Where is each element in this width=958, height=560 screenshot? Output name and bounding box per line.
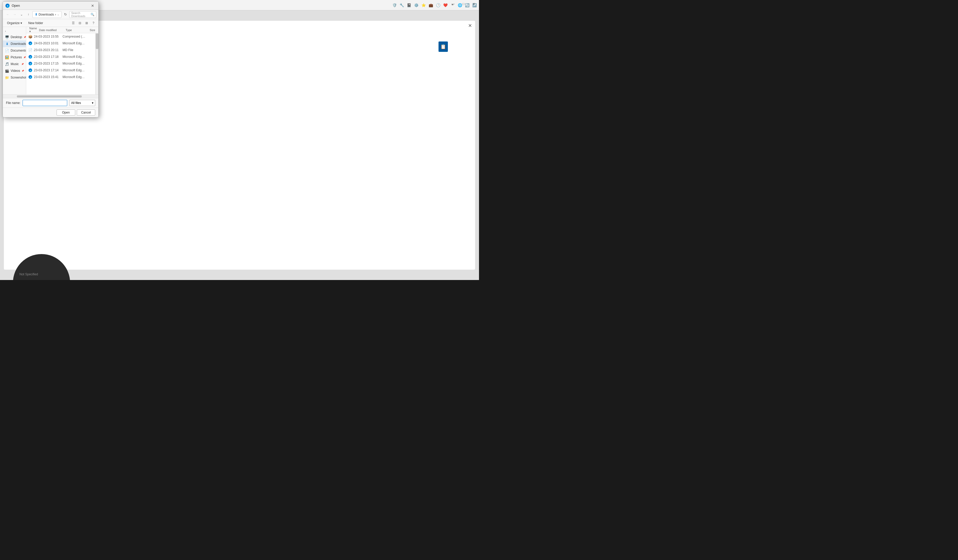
sidebar-item-desktop-label: Desktop <box>11 35 22 39</box>
file-date-2: 23-03-2023 20:11 <box>34 48 62 52</box>
file-date-0: 24-03-2023 15:55 <box>34 35 62 38</box>
column-name[interactable]: Name <box>28 27 38 33</box>
toolbar-right: ☰ ⊟ ⊞ ? <box>70 20 96 26</box>
file-type-2: MD File <box>62 48 86 52</box>
zip-file-icon: 📦 <box>28 35 32 39</box>
new-folder-button[interactable]: New folder <box>26 21 45 25</box>
file-date-4: 23-03-2023 17:15 <box>34 62 62 65</box>
file-type-6: Microsoft Edge HT... <box>62 75 86 79</box>
edge-file-icon-1: e <box>28 41 32 45</box>
address-path: Downloads <box>39 13 54 16</box>
sidebar-expand[interactable]: › <box>3 28 26 34</box>
pictures-icon: 🖼️ <box>5 55 9 59</box>
desktop-pin-icon: 📌 <box>24 36 26 38</box>
sidebar-item-screenshots-label: Screenshots <box>11 76 26 79</box>
sidebar-item-music-label: Music <box>11 62 19 66</box>
sidebar-item-documents[interactable]: 📄 Documents 📌 <box>3 47 26 54</box>
open-dialog: e Open ✕ ← → ⌄ ↑ ⬇ Downloads › ⌄ ↻ Searc… <box>3 1 98 117</box>
refresh-button[interactable]: ↻ <box>62 11 68 17</box>
column-size[interactable]: Size <box>86 28 96 32</box>
column-date[interactable]: Date modified <box>38 28 65 32</box>
help-button[interactable]: ? <box>90 20 96 26</box>
downloads-icon: ⬇ <box>5 42 9 46</box>
detail-view-button[interactable]: ⊟ <box>77 20 83 26</box>
pictures-pin-icon: 📌 <box>23 56 26 59</box>
forward-button[interactable]: → <box>12 11 17 17</box>
filename-input[interactable] <box>22 100 67 106</box>
table-row[interactable]: e Import_Address 24-03-2023 10:01 Micros… <box>26 40 98 47</box>
vertical-scrollbar-thumb[interactable] <box>96 33 98 49</box>
sidebar-item-videos-label: Videos <box>11 69 20 73</box>
cancel-button[interactable]: Cancel <box>77 109 95 115</box>
music-icon: 🎵 <box>5 62 9 66</box>
filetype-dropdown[interactable]: All files ▾ <box>69 100 95 106</box>
sidebar-item-downloads[interactable]: ⬇ Downloads 📌 <box>3 40 26 47</box>
edge-file-icon-5: e <box>28 68 32 72</box>
dialog-titlebar: e Open ✕ <box>3 2 98 10</box>
column-type[interactable]: Type <box>65 28 86 32</box>
address-downloads-icon: ⬇ <box>35 13 38 16</box>
layout-view-button[interactable]: ⊞ <box>84 20 89 26</box>
file-type-3: Microsoft Edge HT... <box>62 55 86 59</box>
sidebar-item-screenshots[interactable]: 📁 Screenshots <box>3 74 26 81</box>
table-row[interactable]: 📄 Address Entity 23-03-2023 20:11 MD Fil… <box>26 47 98 54</box>
sidebar-item-pictures-label: Pictures <box>11 55 22 59</box>
edge-logo-icon: e <box>5 4 10 8</box>
table-row[interactable]: e AddressEntity (1) 23-03-2023 17:15 Mic… <box>26 60 98 67</box>
filename-row: File name: All files ▾ <box>3 98 98 108</box>
dialog-navbar: ← → ⌄ ↑ ⬇ Downloads › ⌄ ↻ Search Downloa… <box>3 10 98 19</box>
edge-file-icon-4: e <box>28 62 32 66</box>
search-placeholder: Search Downloads <box>71 11 90 17</box>
search-box[interactable]: Search Downloads 🔍 <box>69 11 96 18</box>
music-pin-icon: 📌 <box>21 63 24 65</box>
md-file-icon: 📄 <box>28 48 32 52</box>
filename-label: File name: <box>6 101 21 105</box>
dialog-toolbar: Organize ▾ New folder ☰ ⊟ ⊞ ? <box>3 19 98 27</box>
table-row[interactable]: 📦 Test 4 (2) 24-03-2023 15:55 Compressed… <box>26 33 98 40</box>
address-chevron: › <box>55 13 56 16</box>
file-date-3: 23-03-2023 17:18 <box>34 55 62 59</box>
desktop-icon: 🖥️ <box>5 35 9 39</box>
filetype-dropdown-arrow: ▾ <box>92 101 94 105</box>
dialog-overlay: e Open ✕ ← → ⌄ ↑ ⬇ Downloads › ⌄ ↻ Searc… <box>0 0 479 280</box>
dialog-filelist: Name Date modified Type Size 📦 Test 4 (2… <box>26 27 98 94</box>
filelist-header: Name Date modified Type Size <box>26 27 98 33</box>
address-dropdown-arrow[interactable]: ⌄ <box>57 13 59 16</box>
videos-icon: 🎬 <box>5 69 9 73</box>
dialog-title: Open <box>12 4 20 8</box>
table-row[interactable]: e Test 4 23-03-2023 15:41 Microsoft Edge… <box>26 74 98 81</box>
dialog-title-left: e Open <box>5 4 20 8</box>
file-type-0: Compressed (zipp... <box>62 35 86 38</box>
open-button[interactable]: Open <box>57 109 75 115</box>
sidebar-item-documents-label: Documents <box>11 49 26 52</box>
screenshots-icon: 📁 <box>5 76 9 79</box>
file-date-1: 24-03-2023 10:01 <box>34 41 62 45</box>
sidebar-item-downloads-label: Downloads <box>11 42 26 46</box>
search-icon: 🔍 <box>90 13 94 16</box>
table-row[interactable]: e AddressEntity (2) 23-03-2023 17:18 Mic… <box>26 54 98 60</box>
dialog-buttons: Open Cancel <box>3 108 98 117</box>
edge-file-icon-6: e <box>28 75 32 79</box>
back-button[interactable]: ← <box>5 11 11 17</box>
videos-pin-icon: 📌 <box>22 70 24 72</box>
address-bar[interactable]: ⬇ Downloads › ⌄ <box>32 11 62 18</box>
sidebar-item-desktop[interactable]: 🖥️ Desktop 📌 <box>3 34 26 40</box>
organize-button[interactable]: Organize ▾ <box>5 21 24 25</box>
vertical-scrollbar-track[interactable] <box>95 33 98 94</box>
table-row[interactable]: e AddressEntity 23-03-2023 17:14 Microso… <box>26 67 98 74</box>
file-date-6: 23-03-2023 15:41 <box>34 75 62 79</box>
sidebar-item-pictures[interactable]: 🖼️ Pictures 📌 <box>3 54 26 61</box>
sidebar-item-videos[interactable]: 🎬 Videos 📌 <box>3 67 26 74</box>
edge-file-icon-3: e <box>28 55 32 59</box>
dialog-main-content: › 🖥️ Desktop 📌 ⬇ Downloads 📌 📄 Documents… <box>3 27 98 94</box>
sidebar-item-music[interactable]: 🎵 Music 📌 <box>3 61 26 67</box>
dialog-close-button[interactable]: ✕ <box>89 3 96 9</box>
dialog-sidebar: › 🖥️ Desktop 📌 ⬇ Downloads 📌 📄 Documents… <box>3 27 26 94</box>
file-type-4: Microsoft Edge HT... <box>62 62 86 65</box>
up-button[interactable]: ↑ <box>25 11 31 17</box>
list-view-button[interactable]: ☰ <box>70 20 76 26</box>
horizontal-scrollbar[interactable] <box>3 94 98 98</box>
filetype-label: All files <box>71 101 81 105</box>
nav-dropdown-button[interactable]: ⌄ <box>19 11 24 17</box>
horizontal-scrollbar-thumb[interactable] <box>17 95 82 98</box>
